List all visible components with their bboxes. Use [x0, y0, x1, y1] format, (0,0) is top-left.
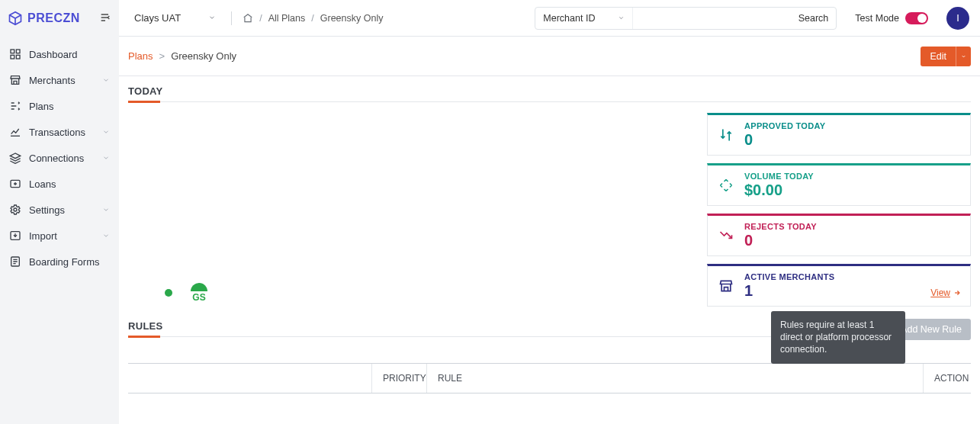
rules-title: RULES [128, 320, 163, 336]
chevron-down-icon [102, 204, 110, 216]
card-value: $0.00 [744, 181, 814, 199]
sidebar-item-dashboard[interactable]: Dashboard [0, 41, 119, 67]
global-search: Merchant ID Search [535, 7, 837, 30]
sidebar-item-label: Loans [29, 178, 56, 190]
sidebar-item-label: Dashboard [29, 49, 78, 60]
breadcrumb-sep: / [311, 13, 313, 24]
card-active-merchants: ACTIVE MERCHANTS 1 View [707, 264, 971, 307]
store-icon [718, 278, 734, 294]
search-criteria-select[interactable]: Merchant ID [535, 8, 633, 29]
chevron-down-icon [102, 230, 110, 242]
chevron-down-icon [618, 13, 625, 24]
card-value: 0 [744, 130, 825, 149]
add-rule-tooltip: Rules require at least 1 direct or platf… [771, 311, 905, 364]
sidebar-item-boarding-forms[interactable]: Boarding Forms [0, 249, 119, 275]
breadcrumb-sep: > [159, 50, 165, 62]
layers-icon [9, 152, 21, 164]
breadcrumb-all-plans[interactable]: All Plans [268, 13, 306, 24]
home-icon[interactable] [243, 13, 253, 24]
dashboard-icon [9, 48, 21, 60]
sidebar-item-label: Plans [29, 101, 54, 112]
chevron-down-icon [208, 12, 216, 24]
chevron-down-icon [102, 153, 110, 164]
plans-icon [9, 100, 21, 112]
topbar: Clays UAT / All Plans / Greensky Only Me… [119, 0, 980, 37]
sidebar-collapse-button[interactable] [99, 11, 111, 26]
brand-text: PRECZN [27, 11, 80, 25]
chevron-down-icon [102, 75, 110, 86]
rules-col-rule: RULE [427, 364, 924, 393]
today-cards: APPROVED TODAY 0 VOLUME TODAY $0.00 [707, 113, 971, 307]
card-volume-today: VOLUME TODAY $0.00 [707, 163, 971, 206]
card-rejects-today: REJECTS TODAY 0 [707, 214, 971, 256]
content: Plans > Greensky Only Edit TODAY [119, 37, 980, 424]
edit-dropdown-button[interactable] [956, 47, 971, 66]
logo-icon [8, 11, 23, 26]
chart-legend: GS [165, 283, 207, 302]
search-button[interactable]: Search [791, 13, 837, 24]
trend-down-icon [718, 228, 734, 243]
card-value: 1 [744, 281, 834, 300]
brand-logo[interactable]: PRECZN [8, 11, 80, 26]
sidebar-item-loans[interactable]: Loans [0, 171, 119, 197]
today-chart-area: GS [128, 113, 695, 307]
svg-rect-1 [16, 50, 20, 53]
card-value: 0 [744, 231, 817, 249]
legend-dot-icon [165, 289, 172, 297]
test-mode-label: Test Mode [855, 13, 899, 24]
chart-icon [9, 126, 21, 138]
sidebar-item-plans[interactable]: Plans [0, 93, 119, 119]
svg-point-5 [14, 208, 17, 211]
sidebar-item-label: Boarding Forms [29, 256, 99, 268]
sidebar-item-connections[interactable]: Connections [0, 145, 119, 171]
sidebar-header: PRECZN [0, 0, 119, 37]
rules-col-action: ACTION [924, 364, 971, 393]
sidebar-item-transactions[interactable]: Transactions [0, 119, 119, 145]
avatar[interactable]: I [946, 7, 969, 30]
sidebar-item-label: Import [29, 230, 57, 242]
form-icon [9, 255, 21, 268]
gs-text: GS [192, 293, 205, 302]
import-icon [9, 230, 21, 242]
sidebar-item-merchants[interactable]: Merchants [0, 67, 119, 93]
svg-rect-3 [16, 55, 20, 59]
legend-gs-badge: GS [191, 283, 207, 302]
rules-col-spacer [128, 364, 372, 393]
rules-table-header: PRIORITY RULE ACTION [128, 363, 971, 393]
test-mode: Test Mode [855, 12, 928, 24]
today-section: TODAY GS [119, 76, 980, 403]
rules-col-priority: PRIORITY [372, 364, 427, 393]
store-icon [9, 74, 21, 86]
search-input[interactable] [633, 8, 790, 29]
chevron-down-icon [102, 127, 110, 138]
view-merchants-link[interactable]: View [930, 287, 961, 298]
page-breadcrumb: Plans > Greensky Only [128, 50, 236, 62]
rules-section: RULES Add New Rule Rules require at leas… [128, 320, 971, 393]
divider [231, 11, 232, 25]
breadcrumb-sep: / [259, 13, 262, 24]
svg-rect-0 [11, 50, 14, 53]
main: Clays UAT / All Plans / Greensky Only Me… [119, 0, 980, 424]
gear-icon [9, 204, 21, 216]
sidebar-item-label: Settings [29, 204, 65, 216]
sidebar: PRECZN Dashboard Merchants Plans [0, 0, 119, 424]
card-label: REJECTS TODAY [744, 222, 817, 231]
edit-button[interactable]: Edit [921, 47, 956, 66]
environment-selector[interactable]: Clays UAT [130, 9, 220, 27]
test-mode-toggle[interactable] [905, 12, 928, 24]
sidebar-item-settings[interactable]: Settings [0, 197, 119, 223]
card-label: VOLUME TODAY [744, 172, 814, 181]
card-label: APPROVED TODAY [744, 121, 825, 130]
sidebar-item-import[interactable]: Import [0, 223, 119, 249]
page-header: Plans > Greensky Only Edit [119, 37, 980, 76]
environment-selected: Clays UAT [134, 12, 181, 24]
arrow-right-icon [953, 289, 961, 297]
breadcrumb-current: Greensky Only [171, 50, 236, 62]
edit-button-group: Edit [921, 47, 971, 66]
search-criteria-label: Merchant ID [543, 13, 595, 24]
sidebar-item-label: Transactions [29, 127, 85, 138]
avatar-initial: I [956, 12, 959, 24]
today-title: TODAY [128, 85, 163, 101]
breadcrumb-plans-link[interactable]: Plans [128, 50, 153, 62]
swap-arrows-icon [718, 127, 734, 143]
